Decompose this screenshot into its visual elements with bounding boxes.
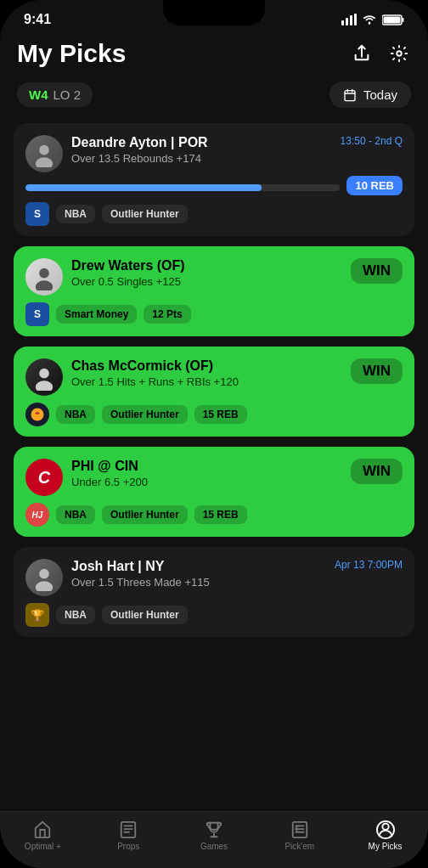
pick-info-josh: Josh Hart | NY Over 1.5 Threes Made +115 xyxy=(71,559,210,589)
signal-icon xyxy=(341,14,357,25)
win-badge-4: WIN xyxy=(351,459,403,484)
header: My Picks xyxy=(0,32,428,76)
pick-left-2: Drew Waters (OF) Over 0.5 Singles +125 xyxy=(25,258,185,296)
svg-rect-3 xyxy=(354,14,357,25)
share-button[interactable] xyxy=(350,42,374,65)
status-time: 9:41 xyxy=(24,12,51,27)
tab-mypicks-label: My Picks xyxy=(369,842,403,851)
wifi-icon xyxy=(362,14,377,25)
pick-top-3: Chas McCormick (OF) Over 1.5 Hits + Runs… xyxy=(25,358,403,396)
stat-chip: 10 REB xyxy=(346,176,403,195)
svg-point-17 xyxy=(39,569,49,579)
tab-games[interactable]: Games xyxy=(172,820,257,851)
avatar-drew xyxy=(25,258,63,296)
tag-icon-5: 🏆 xyxy=(25,603,49,627)
pick-info-drew: Drew Waters (OF) Over 0.5 Singles +125 xyxy=(71,258,185,288)
tag-15reb-3: 15 REB xyxy=(194,405,247,424)
svg-point-12 xyxy=(39,268,49,279)
bet-desc: Over 13.5 Rebounds +174 xyxy=(71,152,208,165)
player-name-2: Drew Waters (OF) xyxy=(71,258,185,273)
tag-nba: NBA xyxy=(56,205,95,223)
losses-label: LO 2 xyxy=(54,87,82,102)
svg-point-21 xyxy=(382,824,388,830)
svg-rect-2 xyxy=(350,15,352,25)
tab-pickem[interactable]: Pick'em xyxy=(256,820,342,851)
tag-outlier: Outlier Hunter xyxy=(102,205,188,223)
pick-top-5: Josh Hart | NY Over 1.5 Threes Made +115… xyxy=(25,559,403,596)
progress-row: 10 REB xyxy=(25,179,403,195)
avatar-deandre xyxy=(25,135,63,172)
tab-games-label: Games xyxy=(200,842,228,851)
pick-info-chas: Chas McCormick (OF) Over 1.5 Hits + Runs… xyxy=(71,358,239,388)
tag-icon-3 xyxy=(25,403,49,426)
svg-rect-7 xyxy=(384,16,401,23)
record-badge: W4 LO 2 xyxy=(17,82,93,107)
pick-info-cin: PHI @ CIN Under 6.5 +200 xyxy=(71,459,148,488)
subheader: W4 LO 2 Today xyxy=(0,76,428,116)
tag-nba-3: NBA xyxy=(56,405,95,424)
tag-outlier-5: Outlier Hunter xyxy=(102,606,188,624)
pick-left-3: Chas McCormick (OF) Over 1.5 Hits + Runs… xyxy=(25,358,239,396)
svg-point-10 xyxy=(39,145,49,155)
tag-nba-4: NBA xyxy=(56,505,95,524)
picks-list: Deandre Ayton | POR Over 13.5 Rebounds +… xyxy=(0,116,428,811)
tab-props-label: Props xyxy=(117,842,139,851)
svg-rect-9 xyxy=(345,90,355,100)
tags-row-4: HJ NBA Outlier Hunter 15 REB xyxy=(25,503,403,527)
progress-bar-fill xyxy=(25,184,262,191)
svg-point-13 xyxy=(36,280,53,290)
tag-outlier-4: Outlier Hunter xyxy=(102,505,188,524)
calendar-icon xyxy=(343,88,357,102)
tab-props[interactable]: Props xyxy=(86,820,172,851)
player-name-4: PHI @ CIN xyxy=(71,459,148,474)
settings-button[interactable] xyxy=(387,42,411,65)
game-time: 13:50 - 2nd Q xyxy=(341,135,403,147)
player-name: Deandre Ayton | POR xyxy=(71,135,208,150)
pick-top-4: C PHI @ CIN Under 6.5 +200 WIN xyxy=(25,459,403,496)
bet-desc-3: Over 1.5 Hits + Runs + RBIs +120 xyxy=(71,375,239,388)
tag-smart-money: Smart Money xyxy=(56,305,137,324)
pick-top-2: Drew Waters (OF) Over 0.5 Singles +125 W… xyxy=(25,258,403,296)
pick-card-drew: Drew Waters (OF) Over 0.5 Singles +125 W… xyxy=(14,246,414,336)
status-icons xyxy=(341,14,404,25)
page-title: My Picks xyxy=(17,39,126,68)
tags-row-2: S Smart Money 12 Pts xyxy=(25,302,403,326)
phone-frame: 9:41 My Picks xyxy=(0,0,428,868)
tag-nba-5: NBA xyxy=(56,606,95,624)
user-icon xyxy=(376,820,395,839)
home-icon xyxy=(33,820,52,839)
avatar-josh xyxy=(25,559,63,596)
svg-point-14 xyxy=(39,369,49,379)
tab-optimal[interactable]: Optimal + xyxy=(0,820,86,851)
tags-row-5: 🏆 NBA Outlier Hunter xyxy=(25,603,403,627)
pick-left: Deandre Ayton | POR Over 13.5 Rebounds +… xyxy=(25,135,208,172)
notch xyxy=(163,0,265,25)
pick-card-chas: Chas McCormick (OF) Over 1.5 Hits + Runs… xyxy=(14,347,414,437)
progress-bar-wrap xyxy=(25,184,340,191)
tags-row-1: S NBA Outlier Hunter xyxy=(25,202,403,226)
pick-card-cin: C PHI @ CIN Under 6.5 +200 WIN HJ NBA Ou… xyxy=(14,447,414,537)
progress-bar-container xyxy=(25,184,340,191)
header-actions xyxy=(350,42,411,65)
avatar-chas xyxy=(25,358,63,396)
game-time-5: Apr 13 7:00PM xyxy=(335,559,403,571)
win-badge-2: WIN xyxy=(351,258,403,284)
svg-point-11 xyxy=(36,157,53,167)
today-label: Today xyxy=(363,87,397,102)
pick-info-deandre: Deandre Ayton | POR Over 13.5 Rebounds +… xyxy=(71,135,208,165)
pick-left-5: Josh Hart | NY Over 1.5 Threes Made +115 xyxy=(25,559,210,596)
svg-point-4 xyxy=(369,22,371,25)
tab-optimal-label: Optimal + xyxy=(25,842,61,851)
tag-icon-4: HJ xyxy=(25,503,49,527)
pickem-icon xyxy=(290,820,309,839)
today-button[interactable]: Today xyxy=(329,82,411,108)
tab-pickem-label: Pick'em xyxy=(284,842,314,851)
tab-mypicks[interactable]: My Picks xyxy=(342,820,428,851)
bet-desc-2: Over 0.5 Singles +125 xyxy=(71,275,185,288)
player-name-5: Josh Hart | NY xyxy=(71,559,210,574)
svg-point-18 xyxy=(36,581,53,591)
svg-point-15 xyxy=(36,380,53,391)
svg-rect-0 xyxy=(341,20,344,25)
pick-left-4: C PHI @ CIN Under 6.5 +200 xyxy=(25,459,148,496)
tab-bar: Optimal + Props Games Pick'em xyxy=(0,811,428,868)
